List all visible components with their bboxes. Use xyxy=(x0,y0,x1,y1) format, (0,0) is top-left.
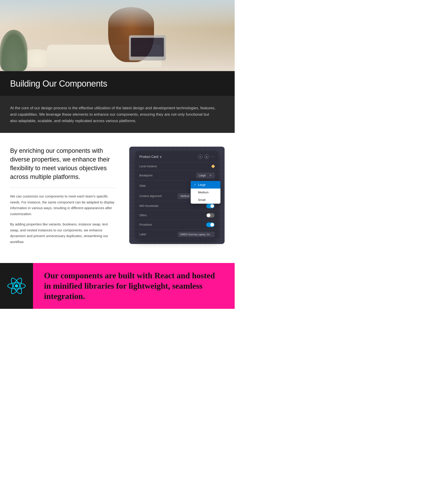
description-section: At the core of our design process is the… xyxy=(0,96,235,133)
divider xyxy=(10,188,115,188)
hero-image xyxy=(0,0,235,71)
row-local-instance: Local instance xyxy=(136,163,218,170)
description-text: At the core of our design process is the… xyxy=(10,105,216,124)
right-content: Product Card ∨ ⊙ ◈ ··· Local instance xyxy=(129,147,225,244)
dots-icon[interactable]: ··· xyxy=(211,155,215,159)
row-label-content-alignment: Content alignment xyxy=(139,194,162,198)
row-priceblock: Priceblock xyxy=(136,220,218,230)
row-label-priceblock: Priceblock xyxy=(139,223,152,226)
img-thumbnails-toggle[interactable] xyxy=(206,204,215,208)
row-breakpoint: Breakpoint Large ▼ xyxy=(136,170,218,181)
left-para-2: By adding properties like variants, bool… xyxy=(10,221,115,245)
dropdown-option-medium[interactable]: ✓ Medium xyxy=(191,189,220,196)
priceblock-toggle[interactable] xyxy=(206,222,215,227)
panel-header: Product Card ∨ ⊙ ◈ ··· xyxy=(136,151,218,163)
react-logo xyxy=(7,277,26,295)
panel-title-text: Product Card xyxy=(139,155,158,159)
page-title: Building Our Components xyxy=(10,79,225,89)
row-label: Label OMEN Gaming Laptop, Intel Co... xyxy=(136,230,218,239)
panel-icons: ⊙ ◈ ··· xyxy=(198,154,215,159)
bottom-left xyxy=(0,263,33,309)
offers-toggle[interactable] xyxy=(206,213,215,218)
left-para-1: We can customize our components to meet … xyxy=(10,193,115,217)
breakpoint-dropdown[interactable]: Large ▼ xyxy=(196,173,215,178)
bottom-heading: Our components are built with React and … xyxy=(44,271,224,301)
row-label-state: State xyxy=(139,184,146,187)
option-label-small: Small xyxy=(198,198,206,202)
circle-icon[interactable]: ⊙ xyxy=(198,154,203,159)
option-label-large: Large xyxy=(198,183,206,187)
row-label-offers: Offers xyxy=(139,214,147,217)
row-label-label: Label xyxy=(139,233,146,236)
content-alignment-value: Vertical xyxy=(180,194,189,198)
row-offers: Offers xyxy=(136,211,218,220)
breakpoint-chevron-icon: ▼ xyxy=(209,174,212,177)
bottom-section: Our components are built with React and … xyxy=(0,263,235,309)
panel-title-chevron: ∨ xyxy=(160,155,162,159)
left-heading: By enriching our components with diverse… xyxy=(10,147,115,181)
ui-mockup-container: Product Card ∨ ⊙ ◈ ··· Local instance xyxy=(129,147,225,244)
row-label-breakpoint: Breakpoint xyxy=(139,174,152,177)
dropdown-option-large[interactable]: ✓ Large xyxy=(191,181,220,189)
diamond-icon[interactable]: ◈ xyxy=(205,154,209,159)
ui-panel: Product Card ∨ ⊙ ◈ ··· Local instance xyxy=(136,151,218,239)
option-label-medium: Medium xyxy=(198,191,208,194)
left-content: By enriching our components with diverse… xyxy=(10,147,115,249)
local-instance-value[interactable] xyxy=(212,165,215,168)
breakpoint-value: Large xyxy=(199,174,206,177)
row-label-img-thumbnails: IMG thumbnails xyxy=(139,204,159,207)
title-section: Building Our Components xyxy=(0,71,235,96)
row-label-local-instance: Local instance xyxy=(139,165,157,168)
label-input[interactable]: OMEN Gaming Laptop, Intel Co... xyxy=(178,232,215,237)
panel-title: Product Card ∨ xyxy=(139,155,162,159)
dropdown-option-small[interactable]: ✓ Small xyxy=(191,196,220,204)
bottom-right: Our components are built with React and … xyxy=(33,263,235,309)
dropdown-popup: ✓ Large ✓ Medium ✓ Small xyxy=(191,181,220,204)
local-instance-diamond-icon xyxy=(211,164,215,168)
check-icon: ✓ xyxy=(194,183,196,187)
middle-section: By enriching our components with diverse… xyxy=(0,133,235,263)
